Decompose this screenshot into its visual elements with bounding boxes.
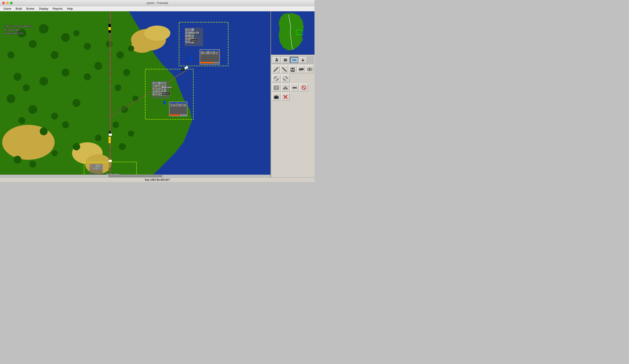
svg-point-37 [128, 130, 134, 137]
svg-point-31 [128, 45, 134, 52]
svg-point-23 [51, 113, 58, 120]
transport-ship[interactable] [299, 57, 307, 63]
svg-rect-127 [109, 29, 111, 30]
svg-rect-182 [301, 69, 301, 69]
svg-point-32 [123, 69, 130, 76]
svg-rect-61 [153, 82, 155, 84]
svg-line-174 [282, 67, 287, 72]
menu-build[interactable]: Build [14, 6, 23, 11]
menu-game[interactable]: Game [2, 6, 13, 11]
svg-point-33 [115, 85, 121, 91]
svg-point-162 [276, 58, 277, 59]
menu-reports[interactable]: Reports [51, 6, 64, 11]
svg-rect-146 [200, 62, 213, 63]
svg-rect-151 [176, 103, 178, 106]
window-title: cymric - Freerails [146, 1, 168, 4]
svg-rect-144 [216, 52, 218, 54]
svg-point-30 [116, 51, 124, 59]
svg-rect-80 [164, 90, 166, 93]
svg-rect-91 [101, 165, 103, 167]
tool-remove[interactable] [281, 93, 290, 101]
tool-track-diag2[interactable] [281, 75, 290, 83]
terrain-map: ⚓ [0, 11, 270, 177]
svg-rect-82 [155, 93, 158, 95]
svg-rect-85 [164, 93, 166, 95]
tool-track-nw[interactable] [281, 66, 289, 73]
tool-bridge-grid[interactable] [272, 84, 281, 92]
svg-rect-51 [185, 34, 188, 37]
svg-point-17 [23, 84, 30, 91]
svg-rect-54 [185, 38, 188, 40]
svg-rect-70 [164, 85, 166, 87]
svg-rect-53 [191, 34, 194, 37]
transport-train[interactable] [281, 57, 290, 63]
status-bar: Sep 1852 $4,465,907 [0, 177, 314, 182]
svg-rect-196 [274, 86, 279, 90]
svg-rect-96 [101, 167, 103, 170]
svg-rect-62 [155, 82, 158, 84]
menu-help[interactable]: Help [65, 6, 75, 11]
svg-point-19 [62, 69, 69, 76]
main-layout: ⚓ [0, 11, 314, 177]
transport-road[interactable] [290, 57, 298, 63]
svg-rect-125 [109, 24, 111, 27]
svg-rect-56 [191, 38, 194, 40]
svg-point-28 [6, 94, 15, 103]
right-sidebar [271, 11, 314, 177]
close-button[interactable] [2, 2, 5, 4]
scrollbar-thumb[interactable] [108, 175, 162, 177]
svg-rect-49 [188, 31, 191, 34]
svg-rect-153 [181, 104, 183, 106]
svg-point-189 [309, 69, 310, 70]
tool-station[interactable] [289, 66, 297, 73]
svg-point-13 [51, 51, 58, 59]
minimize-button[interactable] [6, 2, 9, 4]
svg-rect-78 [158, 90, 160, 93]
svg-point-9 [29, 40, 37, 48]
svg-point-36 [113, 122, 119, 128]
svg-rect-77 [155, 90, 158, 93]
svg-rect-48 [185, 31, 188, 34]
svg-rect-45 [185, 28, 188, 31]
svg-rect-50 [191, 31, 194, 34]
svg-point-167 [286, 61, 287, 62]
svg-rect-95 [98, 167, 100, 170]
tool-eye[interactable] [306, 66, 314, 73]
window-controls[interactable] [2, 2, 13, 4]
svg-rect-126 [109, 27, 111, 29]
tool-bridge-span[interactable] [281, 84, 290, 92]
svg-point-11 [7, 52, 14, 59]
svg-point-12 [61, 33, 70, 42]
maximize-button[interactable] [10, 2, 13, 4]
horizontal-scrollbar[interactable] [0, 175, 270, 177]
tool-track-diag1[interactable] [272, 75, 281, 83]
svg-rect-206 [293, 87, 294, 89]
menu-broker[interactable]: Broker [24, 6, 36, 11]
tool-track-ne[interactable] [272, 66, 280, 73]
tool-train-add[interactable] [297, 66, 305, 73]
tool-row-4 [272, 93, 314, 101]
mini-map-terrain [271, 11, 314, 55]
svg-line-172 [274, 67, 278, 72]
svg-point-15 [73, 30, 79, 36]
transport-person[interactable] [273, 57, 281, 63]
svg-rect-149 [170, 104, 173, 106]
tool-no-entry[interactable] [300, 84, 308, 92]
svg-rect-81 [153, 93, 155, 95]
mini-map[interactable] [271, 11, 314, 55]
svg-rect-141 [207, 51, 209, 54]
menu-display[interactable]: Display [37, 6, 50, 11]
svg-point-24 [72, 99, 80, 107]
svg-point-18 [39, 77, 48, 86]
svg-rect-129 [109, 31, 111, 33]
tool-bridge-short[interactable] [290, 84, 299, 92]
game-canvas[interactable]: ⚓ [0, 11, 271, 177]
svg-rect-156 [170, 114, 179, 116]
svg-point-38 [119, 143, 126, 150]
svg-point-21 [94, 62, 102, 70]
svg-line-190 [274, 76, 276, 79]
menu-bar: Game Build Broker Display Reports Help [0, 6, 314, 11]
svg-line-194 [286, 76, 288, 79]
svg-rect-47 [191, 28, 194, 31]
tool-tunnel[interactable] [272, 93, 281, 101]
